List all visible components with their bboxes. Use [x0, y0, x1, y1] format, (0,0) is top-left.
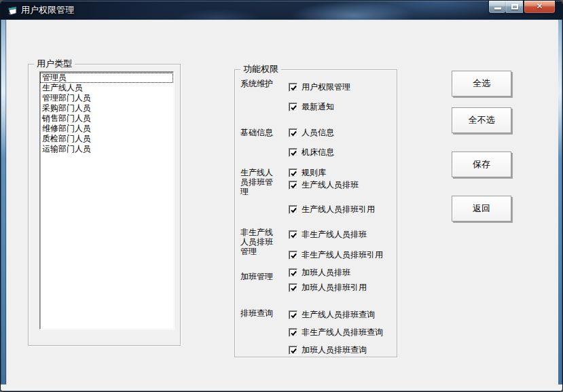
select-all-button[interactable]: 全选: [452, 71, 511, 96]
checkbox[interactable]: [289, 128, 297, 137]
permission-row: 用户权限管理: [289, 82, 350, 92]
list-item[interactable]: 管理员: [40, 73, 173, 83]
permission-section-label: 非生产线人员排班管理: [240, 228, 276, 256]
checkbox-label: 加班人员排班引用: [302, 282, 367, 293]
user-type-listbox[interactable]: 管理员生产线人员管理部门人员采购部门人员销售部门人员维修部门人员质检部门人员运输…: [39, 71, 174, 329]
checkbox[interactable]: [289, 230, 297, 239]
titlebar: 用户权限管理 ✕: [1, 1, 562, 20]
user-type-groupbox: 用户类型 管理员生产线人员管理部门人员采购部门人员销售部门人员维修部门人员质检部…: [28, 64, 181, 346]
permission-row: 生产线人员排班: [289, 180, 359, 190]
minimize-button[interactable]: [488, 1, 506, 14]
checkbox[interactable]: [289, 103, 297, 111]
maximize-icon: [511, 4, 518, 10]
checkbox-label: 非生产线人员排班查询: [302, 327, 383, 338]
client-area: 用户类型 管理员生产线人员管理部门人员采购部门人员销售部门人员维修部门人员质检部…: [6, 20, 558, 385]
user-permission-window: 用户权限管理 ✕ 用户类型 管理员生产线人员管理部门人员采购部门人员销售部门人员…: [0, 0, 563, 392]
close-icon: ✕: [524, 1, 555, 12]
permission-row: 人员信息: [289, 128, 334, 138]
checkbox[interactable]: [289, 83, 297, 92]
list-item[interactable]: 运输部门人员: [40, 144, 173, 154]
form-icon: [7, 5, 18, 15]
permission-row: 生产线人员排班查询: [289, 310, 375, 320]
save-button[interactable]: 保存: [452, 152, 511, 177]
permission-row: 非生产线人员排班引用: [289, 250, 383, 260]
checkbox[interactable]: [289, 328, 297, 337]
checkbox-label: 生产线人员排班: [302, 179, 359, 191]
checkbox-label: 用户权限管理: [302, 82, 350, 93]
function-permission-groupbox: 功能权限 系统维护用户权限管理最新通知基础信息人员信息机床信息生产线人员排班管理…: [234, 69, 397, 357]
checkbox[interactable]: [289, 346, 297, 355]
checkbox[interactable]: [289, 268, 297, 277]
checkbox[interactable]: [289, 181, 297, 190]
checkbox-label: 加班人员排班查询: [302, 344, 367, 356]
checkbox-label: 加班人员排班: [302, 267, 350, 279]
checkbox[interactable]: [289, 310, 297, 319]
permission-row: 机床信息: [289, 147, 334, 158]
permission-row: 加班人员排班查询: [289, 345, 367, 355]
checkbox[interactable]: [289, 168, 297, 177]
checkbox-label: 生产线人员排班引用: [302, 204, 375, 215]
permission-row: 生产线人员排班引用: [289, 204, 375, 215]
return-button[interactable]: 返回: [452, 196, 511, 221]
window-title: 用户权限管理: [21, 1, 74, 20]
permission-row: 非生产线人员排班: [289, 230, 367, 240]
list-item[interactable]: 管理部门人员: [40, 93, 173, 103]
function-permission-group-label: 功能权限: [240, 65, 281, 74]
checkbox-label: 最新通知: [302, 101, 334, 113]
permission-section-label: 基础信息: [240, 128, 276, 137]
maximize-button[interactable]: [506, 1, 524, 14]
permission-section-label: 排班查询: [240, 308, 276, 318]
checkbox-label: 机床信息: [302, 147, 334, 158]
checkbox-label: 规则库: [302, 167, 326, 179]
permission-section-label: 加班管理: [240, 272, 276, 281]
list-item[interactable]: 生产线人员: [40, 83, 173, 93]
checkbox-label: 人员信息: [302, 127, 334, 139]
deselect-all-button[interactable]: 全不选: [452, 107, 511, 133]
list-item[interactable]: 质检部门人员: [40, 134, 173, 144]
close-button[interactable]: ✕: [524, 1, 556, 14]
permission-row: 加班人员排班引用: [289, 283, 367, 293]
checkbox[interactable]: [289, 148, 297, 157]
caption-buttons: ✕: [488, 1, 556, 14]
minimize-icon: [494, 7, 501, 10]
list-item[interactable]: 维修部门人员: [40, 124, 173, 134]
window-frame-left: [1, 20, 6, 384]
permission-row: 非生产线人员排班查询: [289, 327, 383, 338]
permission-section-label: 生产线人员排班管理: [240, 168, 276, 196]
permission-section-label: 系统维护: [240, 79, 276, 88]
checkbox-label: 生产线人员排班查询: [302, 309, 375, 321]
user-type-group-label: 用户类型: [34, 59, 75, 69]
permission-row: 加班人员排班: [289, 268, 350, 278]
list-item[interactable]: 销售部门人员: [40, 113, 173, 124]
checkbox[interactable]: [289, 251, 297, 260]
checkbox[interactable]: [289, 283, 297, 292]
checkbox[interactable]: [289, 205, 297, 214]
checkbox-label: 非生产线人员排班: [302, 229, 367, 240]
permission-row: 最新通知: [289, 102, 334, 112]
list-item[interactable]: 采购部门人员: [40, 103, 173, 113]
permission-row: 规则库: [289, 168, 326, 178]
checkbox-label: 非生产线人员排班引用: [302, 249, 383, 261]
